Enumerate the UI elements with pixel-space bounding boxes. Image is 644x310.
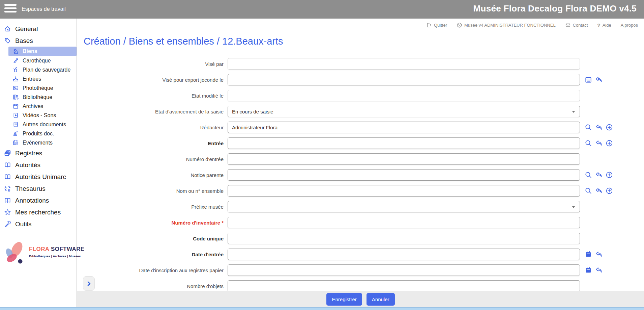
sidebar-item-autorites[interactable]: Autorités	[0, 159, 77, 171]
user-account-link[interactable]: Musée v4 ADMINISTRATEUR FONCTIONNEL	[457, 22, 556, 28]
grid-calendar-icon[interactable]	[585, 76, 592, 83]
sidebar-item-biens[interactable]: ♘ Biens	[8, 47, 77, 56]
chevron-right-icon	[86, 280, 92, 287]
search-icon[interactable]	[585, 171, 592, 179]
sidebar-item-label: Plan de sauvegarde	[23, 67, 70, 73]
selected-option: En cours de saisie	[232, 109, 273, 114]
hamburger-menu-icon[interactable]	[4, 4, 17, 14]
add-circle-icon[interactable]	[606, 139, 613, 147]
sidebar-item-produits-doc[interactable]: Produits doc.	[0, 129, 77, 138]
field-label: Nombre d'objets	[77, 283, 228, 289]
undo-icon[interactable]	[595, 139, 603, 147]
vise-par-input[interactable]	[228, 58, 580, 70]
sidebar-item-label: Thesaurus	[15, 185, 46, 192]
sidebar-item-general[interactable]: Général	[0, 23, 77, 35]
quit-link[interactable]: Quitter	[426, 22, 447, 28]
datepicker-calendar-icon[interactable]	[585, 251, 592, 258]
about-link[interactable]: A propos	[621, 23, 638, 28]
undo-icon[interactable]	[595, 171, 603, 179]
add-circle-icon[interactable]	[606, 171, 613, 179]
redacteur-input[interactable]	[228, 122, 580, 133]
sidebar-item-archives[interactable]: Archives	[0, 102, 77, 111]
field-label: Date d'inscription aux registres papier	[77, 267, 228, 273]
sort-alpha-icon: AB	[3, 185, 11, 193]
sidebar-item-label: Biens	[23, 48, 37, 54]
collapse-panel-button[interactable]	[83, 276, 95, 291]
sidebar-item-label: Outils	[15, 221, 32, 228]
sidebar-item-label: Autorités Unimarc	[15, 173, 66, 181]
help-link[interactable]: ? Aide	[597, 22, 611, 28]
sidebar-item-carotheque[interactable]: Carothèque	[0, 56, 77, 65]
sidebar-item-videos-sons[interactable]: Vidéos - Sons	[0, 111, 77, 120]
star-icon	[3, 208, 11, 216]
chess-knight-icon: ♘	[12, 48, 19, 55]
date-entree-input[interactable]	[228, 249, 580, 260]
undo-icon[interactable]	[595, 251, 603, 258]
field-label: Etat modifié le	[77, 93, 228, 99]
cancel-button[interactable]: Annuler	[367, 293, 395, 306]
brand-tagline: Bibliothèques | Archives | Musées	[29, 254, 85, 258]
vise-export-joconde-input[interactable]	[228, 74, 580, 85]
add-circle-icon[interactable]	[606, 124, 613, 131]
undo-icon[interactable]	[595, 76, 603, 83]
topbar: Espaces de travail Musée Flora Decalog F…	[0, 0, 644, 19]
code-unique-input[interactable]	[228, 233, 580, 244]
sidebar-item-autorites-unimarc[interactable]: Autorités Unimarc	[0, 171, 77, 183]
sidebar-item-label: Mes recherches	[15, 209, 61, 216]
undo-icon[interactable]	[595, 266, 603, 274]
date-inscription-registres-input[interactable]	[228, 264, 580, 276]
open-book-icon	[3, 173, 11, 181]
numero-entree-input[interactable]	[228, 153, 580, 165]
notice-parente-input[interactable]	[228, 169, 580, 181]
datepicker-calendar-icon[interactable]	[585, 266, 592, 274]
header-links: Quitter Musée v4 ADMINISTRATEUR FONCTION…	[426, 22, 638, 28]
form-row: Entrée	[77, 137, 644, 149]
search-icon[interactable]	[585, 124, 592, 131]
svg-text:B: B	[8, 188, 10, 192]
save-button[interactable]: Enregistrer	[326, 293, 362, 306]
sidebar-item-thesaurus[interactable]: AB Thesaurus	[0, 183, 77, 195]
search-icon[interactable]	[585, 139, 592, 147]
sidebar-item-bases[interactable]: Bases	[0, 35, 77, 47]
open-book-icon	[3, 161, 11, 169]
entree-input[interactable]	[228, 137, 580, 149]
open-book-icon	[3, 197, 11, 205]
sidebar-item-bibliotheque[interactable]: Bibliothèque	[0, 93, 77, 102]
contact-link[interactable]: Contact	[565, 22, 588, 28]
sidebar-item-plan-sauvegarde[interactable]: Plan de sauvegarde	[0, 65, 77, 74]
sidebar-item-label: Autres documents	[23, 122, 66, 128]
sidebar-item-annotations[interactable]: Annotations	[0, 195, 77, 206]
prefixe-musee-select[interactable]	[228, 201, 580, 212]
sidebar-item-entrees[interactable]: Entrées	[0, 74, 77, 83]
paper-stack-icon	[12, 130, 19, 137]
sidebar-item-phototheque[interactable]: Photothèque	[0, 83, 77, 93]
etat-modifie-input[interactable]	[228, 90, 580, 101]
document-icon	[12, 121, 19, 128]
sidebar-item-mes-recherches[interactable]: Mes recherches	[0, 206, 77, 218]
form-row: Visé pour export joconde le	[77, 74, 644, 85]
add-circle-icon[interactable]	[606, 187, 613, 195]
numero-inventaire-input[interactable]	[228, 217, 580, 228]
sidebar-item-label: Annotations	[15, 197, 49, 204]
sidebar-item-autres-documents[interactable]: Autres documents	[0, 120, 77, 129]
fire-extinguisher-icon	[12, 66, 19, 73]
undo-icon[interactable]	[595, 124, 603, 131]
sidebar-item-outils[interactable]: Outils	[0, 218, 77, 230]
wrench-icon	[3, 220, 11, 228]
form-row: Visé par	[77, 58, 644, 70]
nombre-objets-input[interactable]	[228, 280, 580, 292]
sidebar-item-registres[interactable]: Registres	[0, 147, 77, 159]
books-icon	[12, 94, 19, 101]
nom-ensemble-input[interactable]	[228, 185, 580, 197]
sidebar-item-evenements[interactable]: Evènements	[0, 138, 77, 147]
video-file-icon	[12, 112, 19, 119]
etat-avancement-select[interactable]: En cours de saisie	[228, 106, 580, 117]
sidebar-item-label: Autorités	[15, 161, 40, 169]
sidebar-item-label: Photothèque	[23, 85, 53, 91]
sidebar-item-label: Bibliothèque	[23, 94, 52, 100]
undo-icon[interactable]	[595, 187, 603, 195]
search-icon[interactable]	[585, 187, 592, 195]
sidebar-item-label: Carothèque	[23, 58, 51, 64]
form-row: Rédacteur	[77, 122, 644, 133]
registers-icon	[3, 149, 11, 157]
